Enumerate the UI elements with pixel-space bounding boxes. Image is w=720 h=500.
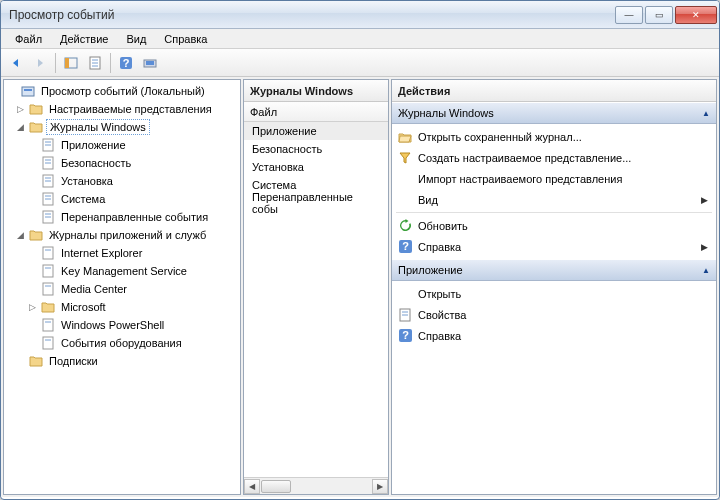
- list-item[interactable]: Приложение: [244, 122, 388, 140]
- action-open[interactable]: Открыть: [392, 283, 716, 304]
- tree-body[interactable]: Просмотр событий (Локальный) ▷Настраивае…: [4, 80, 240, 372]
- properties-icon: [396, 308, 414, 322]
- tree-hw[interactable]: События оборудования: [4, 334, 240, 352]
- list-item[interactable]: Безопасность: [244, 140, 388, 158]
- tree-custom-views[interactable]: ▷Настраиваемые представления: [4, 100, 240, 118]
- svg-text:?: ?: [402, 329, 409, 341]
- action-properties[interactable]: Свойства: [392, 304, 716, 325]
- chevron-right-icon: ▶: [701, 242, 712, 252]
- folder-open-icon: [396, 131, 414, 143]
- svg-rect-29: [43, 265, 53, 277]
- action-help[interactable]: ?Справка: [392, 325, 716, 346]
- folder-icon: [28, 227, 44, 243]
- tree-security[interactable]: Безопасность: [4, 154, 240, 172]
- svg-rect-35: [43, 337, 53, 349]
- window-title: Просмотр событий: [9, 8, 613, 22]
- help-icon: ?: [396, 329, 414, 342]
- svg-text:?: ?: [123, 57, 130, 69]
- action-import-custom-view[interactable]: Импорт настраиваемого представления: [392, 168, 716, 189]
- menu-view[interactable]: Вид: [118, 31, 154, 47]
- list-item[interactable]: Установка: [244, 158, 388, 176]
- window: Просмотр событий — ▭ ✕ Файл Действие Вид…: [0, 0, 720, 500]
- forward-button[interactable]: [29, 52, 51, 74]
- tree-pane: Просмотр событий (Локальный) ▷Настраивае…: [3, 79, 241, 495]
- tree-ie[interactable]: Internet Explorer: [4, 244, 240, 262]
- refresh-icon: [396, 219, 414, 232]
- help-icon: ?: [396, 240, 414, 253]
- list-item[interactable]: Перенаправленные собы: [244, 194, 388, 212]
- back-button[interactable]: [5, 52, 27, 74]
- properties-button[interactable]: [84, 52, 106, 74]
- svg-text:?: ?: [402, 240, 409, 252]
- actions-list: Открыть Свойства ?Справка: [392, 281, 716, 348]
- minimize-button[interactable]: —: [615, 6, 643, 24]
- tree-app-services[interactable]: ◢Журналы приложений и служб: [4, 226, 240, 244]
- eventviewer-icon: [20, 83, 36, 99]
- action-open-saved-log[interactable]: Открыть сохраненный журнал...: [392, 126, 716, 147]
- scroll-right-button[interactable]: ▶: [372, 479, 388, 494]
- tree-system[interactable]: Система: [4, 190, 240, 208]
- actions-section-application[interactable]: Приложение▲: [392, 259, 716, 281]
- expand-icon[interactable]: ▷: [26, 302, 38, 312]
- collapse-icon[interactable]: ▲: [702, 109, 710, 118]
- content-area: Просмотр событий (Локальный) ▷Настраивае…: [1, 77, 719, 497]
- expand-icon[interactable]: ▷: [14, 104, 26, 114]
- log-icon: [40, 209, 56, 225]
- menubar: Файл Действие Вид Справка: [1, 29, 719, 49]
- tree-setup[interactable]: Установка: [4, 172, 240, 190]
- collapse-icon[interactable]: ▲: [702, 266, 710, 275]
- show-tree-button[interactable]: [60, 52, 82, 74]
- collapse-icon[interactable]: ◢: [14, 122, 26, 132]
- tree-forwarded[interactable]: Перенаправленные события: [4, 208, 240, 226]
- svg-rect-33: [43, 319, 53, 331]
- menu-help[interactable]: Справка: [156, 31, 215, 47]
- tree-application[interactable]: Приложение: [4, 136, 240, 154]
- log-icon: [40, 245, 56, 261]
- tree-mc[interactable]: Media Center: [4, 280, 240, 298]
- window-buttons: — ▭ ✕: [613, 6, 717, 24]
- close-button[interactable]: ✕: [675, 6, 717, 24]
- svg-rect-10: [22, 87, 34, 96]
- connect-button[interactable]: [139, 52, 161, 74]
- horizontal-scrollbar[interactable]: ◀ ▶: [244, 477, 388, 494]
- svg-rect-27: [43, 247, 53, 259]
- action-create-custom-view[interactable]: Создать настраиваемое представление...: [392, 147, 716, 168]
- svg-rect-9: [146, 61, 154, 65]
- action-help[interactable]: ?Справка▶: [392, 236, 716, 257]
- help-button[interactable]: ?: [115, 52, 137, 74]
- log-icon: [40, 317, 56, 333]
- scroll-left-button[interactable]: ◀: [244, 479, 260, 494]
- column-header-file[interactable]: Файл: [244, 102, 388, 122]
- filter-icon: [396, 152, 414, 164]
- folder-icon: [28, 101, 44, 117]
- log-icon: [40, 155, 56, 171]
- details-list[interactable]: Приложение Безопасность Установка Систем…: [244, 122, 388, 477]
- log-icon: [40, 137, 56, 153]
- tree-windows-logs[interactable]: ◢Журналы Windows: [4, 118, 240, 136]
- toolbar-separator: [110, 53, 111, 73]
- collapse-icon[interactable]: ◢: [14, 230, 26, 240]
- folder-icon: [28, 119, 44, 135]
- toolbar: ?: [1, 49, 719, 77]
- tree-ms[interactable]: ▷Microsoft: [4, 298, 240, 316]
- subscriptions-icon: [28, 353, 44, 369]
- titlebar[interactable]: Просмотр событий — ▭ ✕: [1, 1, 719, 29]
- svg-rect-11: [24, 89, 32, 91]
- maximize-button[interactable]: ▭: [645, 6, 673, 24]
- action-view-submenu[interactable]: Вид▶: [392, 189, 716, 210]
- tree-ps[interactable]: Windows PowerShell: [4, 316, 240, 334]
- svg-rect-1: [65, 58, 69, 68]
- svg-rect-31: [43, 283, 53, 295]
- actions-section-winlogs[interactable]: Журналы Windows▲: [392, 102, 716, 124]
- actions-header: Действия: [392, 80, 716, 102]
- log-icon: [40, 263, 56, 279]
- scroll-thumb[interactable]: [261, 480, 291, 493]
- tree-subs[interactable]: Подписки: [4, 352, 240, 370]
- menu-action[interactable]: Действие: [52, 31, 116, 47]
- log-icon: [40, 191, 56, 207]
- action-refresh[interactable]: Обновить: [392, 215, 716, 236]
- tree-root[interactable]: Просмотр событий (Локальный): [4, 82, 240, 100]
- menu-file[interactable]: Файл: [7, 31, 50, 47]
- actions-pane: Действия Журналы Windows▲ Открыть сохран…: [391, 79, 717, 495]
- tree-kms[interactable]: Key Management Service: [4, 262, 240, 280]
